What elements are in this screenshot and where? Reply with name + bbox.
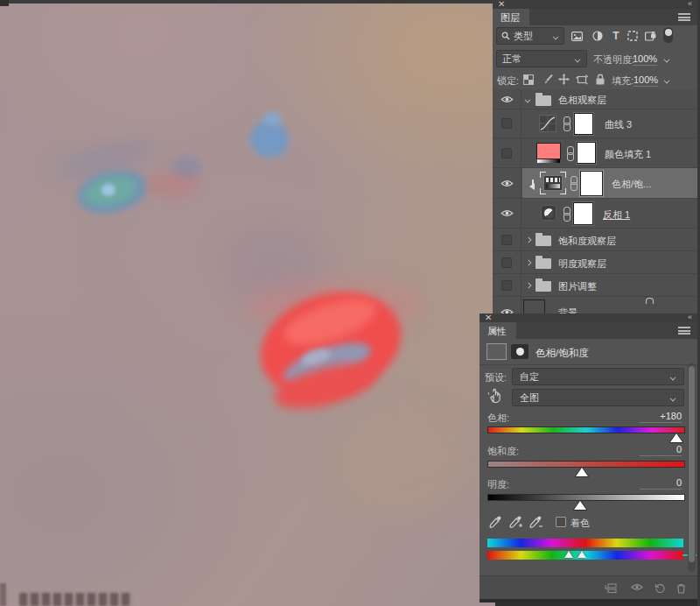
layer-name[interactable]: 色相观察层: [558, 94, 606, 107]
layer-name[interactable]: 图片调整: [558, 280, 597, 293]
hue-saturation-adjustment-icon[interactable]: [486, 343, 507, 360]
layer-name[interactable]: 色相/饱...: [612, 178, 651, 191]
targeted-adjustment-hand-icon[interactable]: [487, 388, 502, 403]
visibility-toggle[interactable]: [493, 89, 522, 109]
collapse-panel-icon[interactable]: «: [688, 313, 691, 322]
filter-pixel-layers-icon[interactable]: [570, 29, 584, 43]
link-mask-icon[interactable]: [563, 207, 570, 221]
lock-pixels-brush-icon[interactable]: [541, 73, 554, 86]
tab-layers[interactable]: 图层: [493, 9, 529, 25]
channel-dropdown[interactable]: 全图: [512, 389, 684, 406]
group-collapsed-chevron-icon[interactable]: [525, 259, 531, 265]
visibility-toggle[interactable]: [493, 251, 522, 273]
document-canvas[interactable]: [0, 0, 495, 606]
filter-type-label: 类型: [514, 30, 533, 43]
panel-menu-icon[interactable]: [678, 327, 690, 335]
lock-position-move-icon[interactable]: [557, 73, 570, 86]
group-expand-chevron-icon[interactable]: [525, 96, 531, 102]
close-icon[interactable]: ✕: [498, 0, 505, 9]
properties-panel-titlebar: ✕ «: [480, 314, 697, 322]
preset-dropdown[interactable]: 自定: [512, 368, 684, 385]
chin-area: [332, 412, 464, 517]
link-mask-icon[interactable]: [566, 146, 573, 160]
link-mask-icon[interactable]: [563, 116, 570, 130]
eyedropper-plus-icon[interactable]: [508, 515, 523, 530]
visibility-toggle[interactable]: [493, 109, 522, 137]
spectrum-marker[interactable]: [564, 551, 573, 558]
visibility-toggle[interactable]: [493, 199, 522, 228]
filter-type-layers-icon[interactable]: T: [609, 29, 623, 43]
layer-row-group-lightness[interactable]: 明度观察层: [493, 251, 697, 274]
colorize-checkbox[interactable]: [556, 517, 566, 527]
chevron-down-icon[interactable]: [664, 77, 670, 83]
eyedropper-minus-icon[interactable]: [528, 515, 543, 530]
layer-name[interactable]: 曲线 3: [605, 118, 632, 131]
group-collapsed-chevron-icon[interactable]: [525, 236, 531, 243]
filter-adjustment-layers-icon[interactable]: [591, 29, 605, 43]
layer-name[interactable]: 颜色填充 1: [605, 148, 651, 161]
clip-to-layer-icon[interactable]: [604, 583, 617, 593]
layer-mask-thumbnail[interactable]: [573, 202, 593, 225]
layer-mask-thumbnail[interactable]: [577, 142, 596, 164]
layer-row-invert[interactable]: 反相 1: [493, 199, 697, 229]
opacity-value[interactable]: 100%: [633, 53, 657, 66]
layer-row-group-image-adjust[interactable]: 图片调整: [493, 274, 697, 297]
lightness-slider-handle[interactable]: [574, 501, 586, 510]
invert-adjustment-icon[interactable]: [541, 205, 556, 221]
blend-mode-dropdown[interactable]: 正常: [496, 50, 587, 67]
layer-mask-thumbnail[interactable]: [580, 171, 603, 196]
visibility-toggle[interactable]: [493, 229, 522, 250]
visibility-toggle[interactable]: [493, 274, 522, 296]
scrollbar-track[interactable]: [688, 363, 696, 572]
chevron-down-icon: [670, 395, 676, 401]
lightness-value[interactable]: 0: [640, 477, 682, 490]
filter-shape-layers-icon[interactable]: [626, 29, 640, 43]
layer-row-color-fill[interactable]: 颜色填充 1: [493, 138, 697, 168]
spectrum-marker[interactable]: [578, 551, 586, 558]
tab-properties[interactable]: 属性: [480, 322, 516, 339]
panel-bottom-edge: [480, 599, 697, 602]
layer-row-curves[interactable]: 曲线 3: [493, 109, 697, 138]
filter-type-dropdown[interactable]: 类型: [496, 27, 564, 45]
panel-menu-icon[interactable]: [678, 13, 690, 21]
delete-trash-icon[interactable]: [676, 583, 686, 594]
group-collapsed-chevron-icon[interactable]: [525, 282, 531, 288]
layer-row-group-saturation[interactable]: 饱和度观察层: [493, 229, 697, 251]
swatch-gradient-bar: [537, 159, 560, 163]
visibility-eye-icon[interactable]: [631, 583, 643, 591]
selection-brackets: [543, 175, 563, 191]
visibility-toggle[interactable]: [493, 138, 522, 167]
hue-value[interactable]: +180: [640, 411, 682, 423]
layer-name[interactable]: 饱和度观察层: [558, 235, 616, 248]
lightness-slider-track[interactable]: [487, 494, 685, 501]
lock-transparency-icon[interactable]: [522, 73, 535, 86]
lightness-label: 明度:: [487, 478, 509, 491]
layer-name[interactable]: 反相 1: [603, 208, 630, 222]
close-icon[interactable]: ✕: [485, 313, 492, 322]
saturation-value[interactable]: 0: [640, 444, 682, 456]
layer-row-group-hue[interactable]: 色相观察层: [493, 89, 697, 109]
visibility-toggle[interactable]: [493, 168, 522, 198]
reset-icon[interactable]: [654, 583, 666, 593]
curves-adjustment-icon[interactable]: [539, 115, 556, 132]
collapse-panel-icon[interactable]: «: [688, 0, 691, 9]
hue-slider-handle[interactable]: [670, 433, 682, 442]
chevron-down-icon[interactable]: [664, 56, 670, 62]
scrollbar-thumb[interactable]: [689, 366, 695, 562]
hue-slider-track[interactable]: [487, 426, 685, 433]
saturation-slider-handle[interactable]: [576, 468, 588, 476]
layer-name[interactable]: 明度观察层: [558, 257, 606, 271]
hue-saturation-adjustment-icon[interactable]: [543, 175, 563, 191]
lock-all-icon[interactable]: [593, 73, 606, 86]
layer-mask-thumbnail[interactable]: [574, 113, 593, 135]
saturation-slider-track[interactable]: [487, 461, 685, 468]
fill-value[interactable]: 100%: [634, 74, 658, 87]
filter-toggle-switch[interactable]: [663, 27, 673, 43]
eyedropper-icon[interactable]: [488, 515, 503, 530]
lock-artboard-icon[interactable]: [575, 73, 588, 86]
layer-row-hue-saturation[interactable]: 色相/饱...: [493, 168, 697, 199]
link-mask-icon[interactable]: [570, 176, 577, 190]
mask-icon[interactable]: [511, 344, 528, 359]
color-fill-swatch[interactable]: [536, 143, 561, 159]
filter-smart-objects-icon[interactable]: [643, 29, 657, 43]
